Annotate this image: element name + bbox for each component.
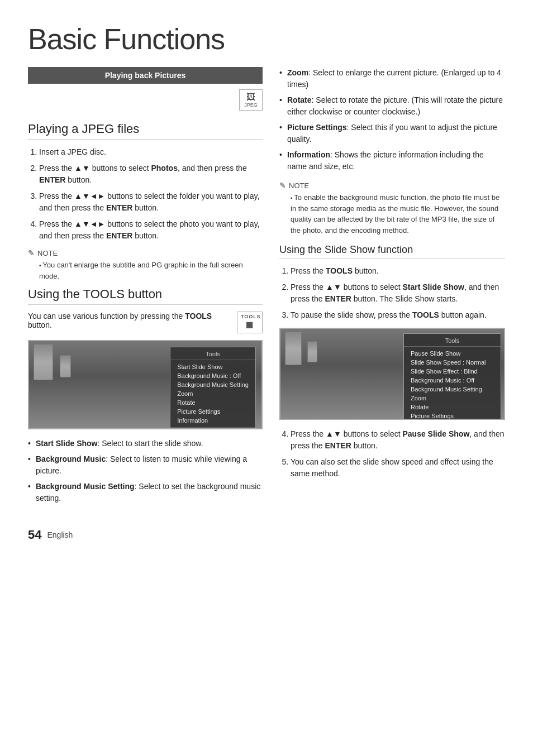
tools-bullet-list: Start Slide Show: Select to start the sl… [28,438,263,504]
menu2-item-pause: Pause Slide Show [404,349,501,358]
tower-graphic-4 [307,341,317,362]
slideshow-step-3: To pause the slide show, press the TOOLS… [291,309,505,321]
right-bold-information: Information [287,150,330,159]
jpeg-step-1: Insert a JPEG disc. [39,146,263,158]
bullet-bold-2: Background Music [36,454,106,463]
menu2-item-rotate: Rotate [404,403,501,412]
tools-btn-label: TOOLS [241,314,259,319]
tools-btn-icon: ⏹ [241,319,259,331]
right-note-icon: ✎ [279,181,286,190]
tower-graphic-3 [285,332,302,365]
right-note-section: ✎ NOTE To enable the background music fu… [279,181,505,236]
tools-menu-title-2: Tools [404,337,501,347]
bullet-start-slideshow: Start Slide Show: Select to start the sl… [28,438,263,449]
jpeg-step-3: Press the ▲▼◄► buttons to select the fol… [39,190,263,214]
note-label-1: ✎ NOTE [28,248,263,257]
jpeg-label: JPEG [244,102,258,108]
right-bullet-list: Zoom: Select to enlarge the current pict… [279,67,505,173]
right-bullet-rotate: Rotate: Select to rotate the picture. (T… [279,94,505,118]
screen-background-2: Tools Pause Slide Show Slide Show Speed … [280,329,504,419]
right-note-list: To enable the background music function,… [279,192,505,236]
menu-item-bg-music: Background Music : Off [170,371,255,380]
menu-item-zoom: Zoom [170,389,255,398]
menu2-item-picture-settings: Picture Settings [404,412,501,420]
jpeg-steps-list: Insert a JPEG disc. Press the ▲▼ buttons… [28,146,263,242]
right-note-text-label: NOTE [289,181,309,190]
menu2-item-bg-music: Background Music : Off [404,376,501,385]
right-bullet-zoom: Zoom: Select to enlarge the current pict… [279,67,505,90]
bullet-bold-1: Start Slide Show [36,439,97,448]
slideshow-step-4: Press the ▲▼ buttons to select Pause Sli… [291,428,505,452]
screen-background-1: Tools Start Slide Show Background Music … [29,341,261,428]
jpeg-icon: 🖼 JPEG [239,89,263,111]
menu-item-rotate: Rotate [170,398,255,407]
tools-menu-footer-1: ⏎ Enter ↩ Return [170,427,255,429]
footer: 54 English [28,528,505,542]
right-bold-picture-settings: Picture Settings [287,123,347,132]
bullet-bold-3: Background Music Setting [36,482,135,491]
right-note-item-1: To enable the background music function,… [291,192,505,236]
tools-menu-title-1: Tools [170,351,255,360]
right-text-rotate: : Select to rotate the picture. (This wi… [287,95,503,116]
menu-item-bg-music-setting: Background Music Setting [170,380,255,389]
tower-graphic-1 [34,344,53,380]
menu-item-start-slideshow: Start Slide Show [170,362,255,371]
bullet-bg-music: Background Music: Select to listen to mu… [28,453,263,477]
bullet-text-1: : Select to start the slide show. [97,439,203,448]
right-column: Zoom: Select to enlarge the current pict… [279,67,505,511]
tools-menu-1: Tools Start Slide Show Background Music … [170,347,256,429]
tools-button-image: TOOLS ⏹ [237,312,263,333]
tower-graphic-2 [60,355,71,377]
right-bullet-information: Information: Shows the picture informati… [279,149,505,173]
menu2-item-speed: Slide Show Speed : Normal [404,358,501,367]
note-list-1: You can't enlarge the subtitle and PG gr… [28,260,263,281]
menu2-item-zoom: Zoom [404,394,501,403]
slideshow-steps-list: Press the TOOLS button. Press the ▲▼ but… [279,265,505,321]
note-section-1: ✎ NOTE You can't enlarge the subtitle an… [28,248,263,281]
right-bold-zoom: Zoom [287,68,308,77]
slideshow-step-1: Press the TOOLS button. [291,265,505,277]
right-note-label: ✎ NOTE [279,181,505,190]
section-header: Playing back Pictures [28,67,263,84]
slideshow-continued-steps: Press the ▲▼ buttons to select Pause Sli… [279,428,505,480]
menu2-item-bg-music-setting: Background Music Setting [404,385,501,394]
note-text-label-1: NOTE [37,249,58,257]
slideshow-step-5: You can also set the slide show speed an… [291,456,505,480]
slideshow-step-2: Press the ▲▼ buttons to select Start Sli… [291,281,505,305]
screen-mock-2: Tools Pause Slide Show Slide Show Speed … [279,328,505,420]
tools-section-title: Using the TOOLS button [28,287,263,305]
menu-item-information: Information [170,416,255,425]
tools-menu-2: Tools Pause Slide Show Slide Show Speed … [403,333,501,420]
tools-intro-text: You can use various function by pressing… [28,312,229,329]
menu-item-picture-settings: Picture Settings [170,407,255,416]
tools-intro: You can use various function by pressing… [28,312,263,333]
left-column: Playing back Pictures 🖼 JPEG Playing a J… [28,67,263,511]
playing-jpeg-title: Playing a JPEG files [28,122,263,140]
page-language: English [47,530,73,539]
right-bullet-picture-settings: Picture Settings: Select this if you wan… [279,122,505,145]
menu2-item-effect: Slide Show Effect : Blind [404,367,501,376]
right-bold-rotate: Rotate [287,95,312,104]
right-text-zoom: : Select to enlarge the current picture.… [287,68,501,89]
jpeg-step-2: Press the ▲▼ buttons to select Photos, a… [39,162,263,186]
page-number: 54 [28,528,41,542]
note-item-1-1: You can't enlarge the subtitle and PG gr… [39,260,263,281]
slideshow-section-title: Using the Slide Show function [279,244,505,259]
note-icon-1: ✎ [28,248,35,257]
screen-mock-1: Tools Start Slide Show Background Music … [28,340,263,429]
jpeg-step-4: Press the ▲▼◄► buttons to select the pho… [39,218,263,242]
page-title: Basic Functions [28,22,505,56]
bullet-bg-music-setting: Background Music Setting: Select to set … [28,481,263,504]
